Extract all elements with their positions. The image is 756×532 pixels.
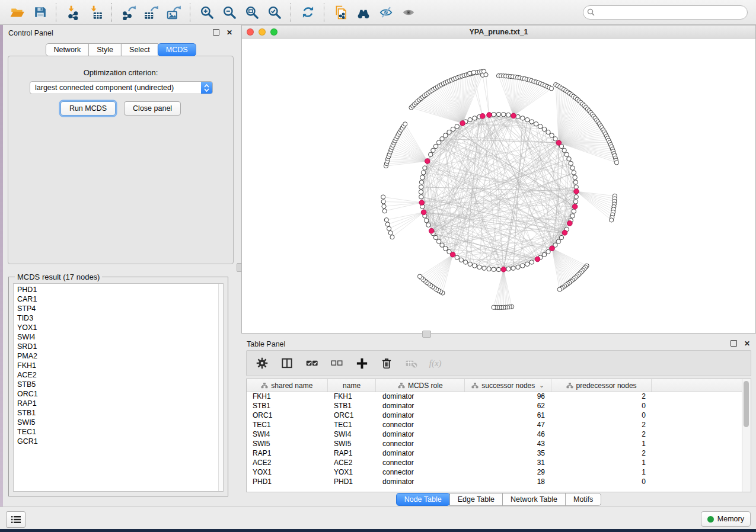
control-panel-tab-network[interactable]: Network [45, 43, 89, 56]
network-node[interactable] [567, 157, 571, 161]
cell-predecessor-nodes[interactable]: 2 [552, 449, 653, 457]
cell-shared-name[interactable]: ORC1 [247, 411, 328, 419]
network-node[interactable] [436, 239, 441, 243]
network-node[interactable] [572, 209, 576, 213]
network-leaf-node[interactable] [614, 161, 618, 165]
table-row[interactable]: PHD1PHD1dominator180 [247, 477, 742, 486]
network-node[interactable] [521, 264, 525, 268]
cell-name[interactable]: SWI4 [328, 430, 377, 438]
table-row[interactable]: STB1STB1dominator620 [247, 401, 742, 411]
cell-name[interactable]: RAP1 [328, 449, 377, 457]
cell-predecessor-nodes[interactable]: 2 [552, 392, 653, 400]
mcds-result-item[interactable]: STB5 [17, 380, 223, 389]
network-node[interactable] [559, 235, 563, 239]
close-table-panel-icon[interactable]: ✕ [744, 341, 750, 347]
network-node[interactable] [542, 127, 546, 131]
preview-eye-button[interactable] [397, 2, 420, 23]
network-node[interactable] [521, 116, 525, 120]
network-leaf-node[interactable] [381, 195, 385, 199]
settings-gear-button[interactable] [254, 355, 270, 371]
delete-selected-button[interactable] [378, 355, 395, 371]
run-mcds-button[interactable]: Run MCDS [60, 101, 116, 116]
cell-shared-name[interactable]: ACE2 [247, 459, 328, 467]
network-node[interactable] [538, 124, 542, 129]
network-leaf-node[interactable] [557, 287, 562, 291]
cell-shared-name[interactable]: SWI4 [247, 430, 328, 438]
cell-successor-nodes[interactable]: 61 [465, 411, 552, 419]
network-canvas[interactable] [242, 39, 755, 333]
network-node[interactable] [444, 246, 448, 251]
mcds-result-item[interactable]: CAR1 [17, 294, 223, 304]
table-row[interactable]: SWI4SWI4dominator462 [247, 430, 742, 439]
zoom-selected-button[interactable] [263, 2, 286, 23]
table-row[interactable]: TEC1TEC1connector472 [247, 420, 742, 430]
mcds-result-item[interactable]: SWI5 [17, 418, 223, 427]
network-node[interactable] [440, 137, 444, 141]
cell-name[interactable]: FKH1 [328, 392, 377, 400]
mcds-result-item[interactable]: GCR1 [17, 437, 223, 446]
network-node[interactable] [440, 243, 444, 247]
cell-shared-name[interactable]: FKH1 [247, 392, 328, 400]
cell-shared-name[interactable]: STB1 [247, 402, 328, 410]
network-node[interactable] [525, 262, 529, 266]
deselect-all-button[interactable] [328, 355, 345, 371]
network-leaf-node[interactable] [492, 305, 496, 309]
network-node[interactable] [459, 258, 463, 262]
network-node[interactable] [516, 114, 520, 118]
control-panel-tab-style[interactable]: Style [88, 43, 122, 56]
mcds-selected-node[interactable] [419, 200, 425, 206]
network-node[interactable] [473, 116, 477, 120]
network-leaf-node[interactable] [471, 70, 476, 75]
mcds-result-item[interactable]: ACE2 [17, 370, 223, 380]
network-leaf-node[interactable] [403, 122, 407, 126]
network-node[interactable] [529, 120, 534, 124]
cell-predecessor-nodes[interactable]: 0 [552, 477, 653, 486]
network-node[interactable] [419, 180, 423, 184]
network-node[interactable] [550, 133, 554, 137]
network-leaf-node[interactable] [381, 200, 385, 204]
cell-successor-nodes[interactable]: 96 [465, 392, 552, 400]
network-node[interactable] [468, 117, 472, 121]
mcds-result-item[interactable]: YOX1 [17, 323, 223, 332]
float-table-panel-icon[interactable] [731, 340, 737, 347]
network-node[interactable] [525, 117, 529, 121]
cell-shared-name[interactable]: YOX1 [247, 468, 328, 476]
mcds-selected-node[interactable] [480, 114, 485, 119]
close-panel-button[interactable]: Close panel [124, 101, 181, 116]
cell-predecessor-nodes[interactable]: 2 [552, 421, 653, 429]
add-entry-button[interactable] [353, 355, 370, 371]
network-node[interactable] [546, 249, 550, 254]
network-node[interactable] [556, 239, 560, 243]
network-node[interactable] [492, 267, 496, 271]
network-leaf-node[interactable] [384, 218, 388, 222]
network-node[interactable] [570, 214, 575, 218]
network-node[interactable] [506, 267, 511, 271]
mcds-result-item[interactable]: ORC1 [17, 389, 223, 399]
network-node[interactable] [431, 148, 435, 152]
network-node[interactable] [421, 171, 425, 175]
mcds-result-item[interactable]: TEC1 [17, 427, 223, 437]
cell-name[interactable]: TEC1 [328, 421, 377, 429]
cell-name[interactable]: PHD1 [328, 477, 377, 486]
column-header-successor-nodes[interactable]: successor nodes⌄ [465, 379, 551, 392]
zoom-in-button[interactable] [196, 2, 218, 23]
table-scrollbar[interactable] [742, 379, 751, 492]
network-node[interactable] [468, 262, 472, 266]
network-node[interactable] [451, 127, 455, 131]
network-node[interactable] [464, 260, 468, 264]
table-row[interactable]: FKH1FKH1dominator962 [247, 392, 742, 401]
table-panel-tab-network-table[interactable]: Network Table [502, 493, 566, 506]
mcds-selected-node[interactable] [425, 159, 430, 164]
mcds-selected-node[interactable] [487, 113, 492, 118]
column-header-predecessor-nodes[interactable]: predecessor nodes [551, 379, 652, 392]
network-node[interactable] [455, 124, 459, 129]
hide-visibility-button[interactable] [375, 2, 397, 23]
import-network-button[interactable] [62, 2, 84, 23]
network-leaf-node[interactable] [382, 204, 386, 209]
control-panel-tab-mcds[interactable]: MCDS [158, 43, 196, 56]
cell-shared-name[interactable]: SWI5 [247, 440, 328, 448]
network-node[interactable] [572, 171, 576, 175]
mcds-result-list[interactable]: PHD1CAR1STP4TID3YOX1SWI4SRD1PMA2FKH1ACE2… [13, 283, 224, 492]
network-node[interactable] [429, 152, 433, 156]
cell-successor-nodes[interactable]: 29 [465, 468, 552, 476]
